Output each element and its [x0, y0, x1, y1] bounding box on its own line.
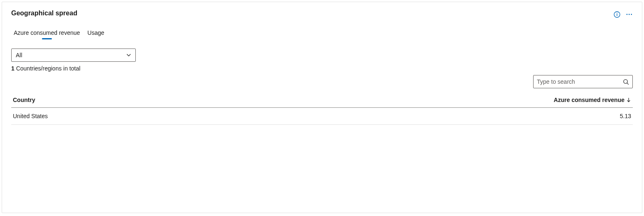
- card-actions: ···: [614, 11, 633, 18]
- chevron-down-icon: [126, 53, 131, 58]
- cell-revenue: 5.13: [620, 113, 631, 119]
- svg-point-1: [617, 13, 617, 14]
- search-box[interactable]: [533, 75, 633, 88]
- tab-usage[interactable]: Usage: [88, 29, 104, 39]
- country-count-label: Countries/regions in total: [16, 65, 81, 72]
- column-header-revenue[interactable]: Azure consumed revenue: [554, 97, 631, 103]
- svg-point-3: [624, 79, 627, 83]
- table-row[interactable]: United States 5.13: [11, 108, 633, 125]
- search-icon: [623, 79, 629, 85]
- cell-country: United States: [13, 113, 48, 119]
- filter-row: All: [11, 49, 633, 62]
- info-icon[interactable]: [614, 11, 620, 18]
- svg-line-4: [627, 83, 628, 84]
- table-header: Country Azure consumed revenue: [11, 93, 633, 108]
- country-filter-value: All: [16, 52, 22, 58]
- tab-list: Azure consumed revenue Usage: [14, 29, 633, 39]
- country-count-number: 1: [11, 65, 15, 72]
- column-header-revenue-label: Azure consumed revenue: [554, 97, 624, 103]
- tab-azure-consumed-revenue[interactable]: Azure consumed revenue: [14, 29, 80, 39]
- country-count-summary: 1 Countries/regions in total: [11, 65, 633, 72]
- card-title: Geographical spread: [11, 10, 77, 17]
- sort-descending-icon: [626, 97, 631, 102]
- search-input[interactable]: [537, 78, 623, 85]
- geography-table: Country Azure consumed revenue United St…: [11, 93, 633, 125]
- search-row: [11, 75, 633, 88]
- card-header: Geographical spread ···: [11, 10, 633, 18]
- svg-rect-2: [617, 14, 617, 16]
- geographical-spread-card: Geographical spread ··· Azure consumed r…: [2, 2, 642, 213]
- column-header-country[interactable]: Country: [13, 97, 35, 103]
- country-filter-select[interactable]: All: [11, 49, 136, 62]
- more-menu-icon[interactable]: ···: [626, 11, 633, 18]
